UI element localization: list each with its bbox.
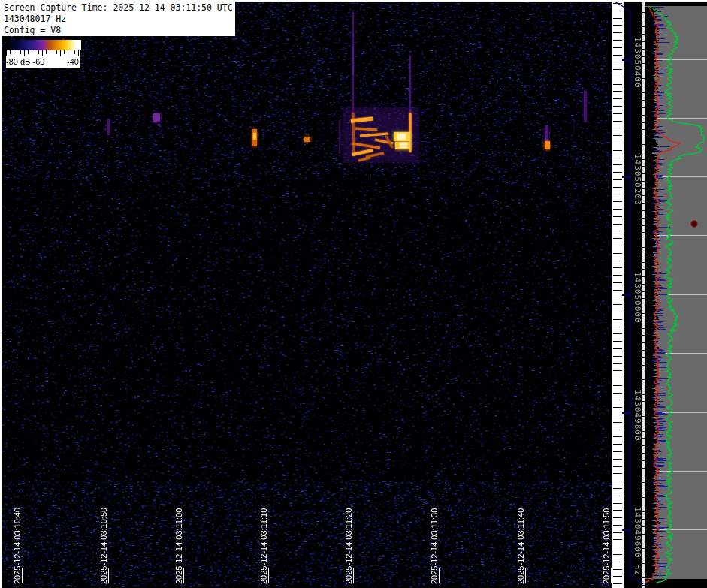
time-label-tick <box>353 568 354 583</box>
frequency-label: 143050200 <box>633 154 642 206</box>
color-scale-tick <box>35 50 35 54</box>
color-scale-tick <box>78 50 79 56</box>
color-scale-tick <box>38 50 39 54</box>
color-scale-gradient <box>6 40 81 50</box>
info-box: Screen Capture Time: 2025-12-14 03:11:50… <box>2 2 235 36</box>
color-scale-tick <box>14 50 14 54</box>
color-scale-tick <box>74 50 75 54</box>
waterfall-spectrogram <box>0 0 612 588</box>
db-label-left: -80 dB -60 <box>6 57 44 66</box>
color-scale-tick <box>50 50 50 54</box>
spectrum-panel <box>645 0 707 588</box>
frequency-text: 143048017 Hz <box>4 14 235 25</box>
time-label-tick <box>439 568 440 583</box>
color-scale-tick <box>42 50 43 56</box>
frequency-label: 143050400 <box>633 37 642 89</box>
time-label-tick <box>22 568 23 583</box>
time-label: 2025-12-14 03:11:20 <box>344 508 353 584</box>
color-scale-tick <box>46 50 47 54</box>
color-scale-tick <box>71 50 71 54</box>
color-scale-tick <box>24 50 25 56</box>
db-label-right: -40 <box>67 57 79 66</box>
color-scale-ruler: -80 dB -60 -40 <box>6 50 80 68</box>
time-label: 2025-12-14 03:10:40 <box>13 508 22 584</box>
time-label: 2025-12-14 03:11:30 <box>430 508 439 584</box>
time-label-tick <box>611 568 612 583</box>
color-scale-labels: -80 dB -60 -40 <box>6 57 79 66</box>
capture-time-text: Screen Capture Time: 2025-12-14 03:11:50… <box>4 2 235 14</box>
config-text: Config = V8 <box>4 25 235 36</box>
spectrogram-app-window: Screen Capture Time: 2025-12-14 03:11:50… <box>0 0 707 588</box>
color-scale-tick <box>20 50 21 54</box>
color-scale-tick <box>17 50 17 54</box>
time-label: 2025-12-14 03:11:10 <box>259 508 268 584</box>
color-scale-tick <box>10 50 11 54</box>
time-label: 2025-12-14 03:10:50 <box>99 508 108 584</box>
frequency-label: 143049800 <box>633 390 642 442</box>
frequency-label: 143050000 <box>633 272 642 324</box>
time-label: 2025-12-14 03:11:00 <box>174 508 183 584</box>
time-label-tick <box>108 568 109 583</box>
color-scale-tick <box>28 50 29 54</box>
color-scale-tick <box>32 50 32 54</box>
time-label: 2025-12-14 03:11:40 <box>516 508 525 584</box>
time-label: 2025-12-14 03:11:50 <box>602 508 611 584</box>
color-scale: -80 dB -60 -40 <box>6 40 81 68</box>
window-border-left <box>0 0 2 588</box>
color-scale-tick <box>53 50 53 54</box>
time-label-tick <box>268 568 269 583</box>
color-scale-tick <box>64 50 65 54</box>
time-label-tick <box>183 568 184 583</box>
color-scale-tick <box>68 50 68 54</box>
color-scale-tick <box>56 50 57 54</box>
color-scale-tick <box>6 50 7 56</box>
time-label-tick <box>525 568 526 583</box>
color-scale-tick <box>60 50 61 56</box>
frequency-label: 143049600 Hz <box>633 507 642 575</box>
